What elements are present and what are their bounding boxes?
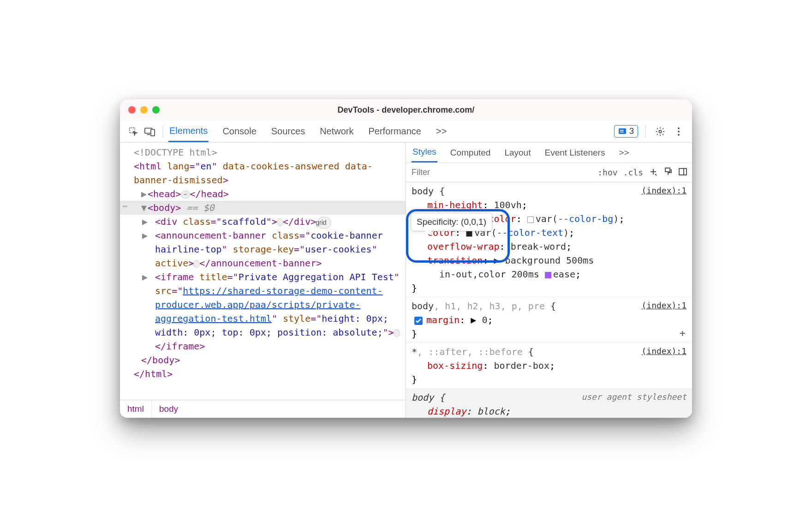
- dom-tree[interactable]: <!DOCTYPE html> <html lang="en" data-coo…: [120, 143, 406, 400]
- tab-elements[interactable]: Elements: [168, 121, 209, 142]
- filter-input[interactable]: [411, 167, 592, 178]
- sidebar-tabs: Styles Computed Layout Event Listeners >…: [406, 143, 692, 163]
- ellipsis-icon[interactable]: ⋯: [194, 260, 199, 267]
- css-rule[interactable]: body { (index):1 min-height: 100vh; back…: [406, 182, 692, 297]
- divider: [645, 125, 646, 138]
- head-node[interactable]: ▶<head>⋯</head>: [120, 187, 406, 201]
- devtools-window: DevTools - developer.chrome.com/ Element…: [120, 99, 692, 418]
- iframe-node[interactable]: ▶<iframe title="Private Aggregation API …: [120, 270, 406, 353]
- property-checkbox[interactable]: [414, 317, 423, 325]
- issues-badge[interactable]: 3: [614, 125, 638, 138]
- body-close[interactable]: </body>: [120, 353, 406, 367]
- main-content: <!DOCTYPE html> <html lang="en" data-coo…: [120, 143, 692, 418]
- svg-point-7: [678, 134, 680, 136]
- breadcrumb-html[interactable]: html: [120, 400, 151, 418]
- ellipsis-icon[interactable]: ⋯: [394, 329, 400, 337]
- body-node-selected[interactable]: ▼<body> == $0: [120, 201, 406, 215]
- sub-tab-styles[interactable]: Styles: [412, 143, 437, 162]
- settings-icon[interactable]: [653, 125, 667, 138]
- svg-rect-2: [151, 129, 155, 136]
- device-toolbar-icon[interactable]: [143, 125, 157, 138]
- specificity-tooltip: Specificity: (0,0,1): [411, 213, 492, 231]
- doctype-node[interactable]: <!DOCTYPE html>: [120, 145, 406, 159]
- paint-icon[interactable]: [663, 167, 673, 178]
- svg-rect-9: [679, 168, 687, 175]
- svg-point-6: [678, 131, 680, 132]
- tab-performance[interactable]: Performance: [368, 121, 423, 141]
- styles-panel: Styles Computed Layout Event Listeners >…: [406, 143, 692, 418]
- rule-source-link[interactable]: (index):1: [641, 345, 687, 359]
- rule-source-link[interactable]: (index):1: [641, 299, 687, 313]
- divider: [162, 125, 163, 138]
- rule-source-link[interactable]: (index):1: [641, 184, 687, 198]
- svg-rect-8: [665, 168, 670, 172]
- bezier-swatch-icon[interactable]: [545, 272, 551, 278]
- ellipsis-icon[interactable]: ⋯: [181, 191, 190, 198]
- css-rule[interactable]: body, h1, h2, h3, p, pre { (index):1 mar…: [406, 297, 692, 343]
- ua-stylesheet-label: user agent stylesheet: [581, 391, 687, 404]
- sub-tab-computed[interactable]: Computed: [449, 144, 492, 162]
- titlebar: DevTools - developer.chrome.com/: [120, 99, 692, 120]
- kebab-menu-icon[interactable]: [672, 125, 686, 138]
- issues-count: 3: [629, 126, 634, 136]
- add-property-icon[interactable]: +: [680, 325, 686, 341]
- html-close[interactable]: </html>: [120, 367, 406, 381]
- tab-sources[interactable]: Sources: [270, 121, 306, 141]
- breadcrumbs: html body: [120, 400, 406, 418]
- sub-tabs-overflow[interactable]: >>: [618, 144, 630, 162]
- main-toolbar: Elements Console Sources Network Perform…: [120, 120, 692, 143]
- tab-network[interactable]: Network: [319, 121, 354, 141]
- inspect-icon[interactable]: [126, 125, 140, 138]
- cls-toggle[interactable]: .cls: [623, 168, 643, 177]
- div-scaffold-node[interactable]: ▶<div class="scaffold">⋯</div>grid: [120, 215, 406, 228]
- tabs-overflow[interactable]: >>: [435, 121, 448, 141]
- color-swatch-icon[interactable]: [527, 216, 534, 223]
- sub-tab-layout[interactable]: Layout: [503, 144, 531, 162]
- announcement-banner-node[interactable]: ▶<announcement-banner class="cookie-bann…: [120, 228, 406, 270]
- panel-tabs: Elements Console Sources Network Perform…: [168, 121, 611, 142]
- tab-console[interactable]: Console: [221, 121, 257, 141]
- svg-point-4: [659, 130, 662, 133]
- css-rule[interactable]: *, ::after, ::before { (index):1 box-siz…: [406, 343, 692, 389]
- grid-badge[interactable]: grid: [318, 217, 330, 228]
- hov-toggle[interactable]: :hov: [597, 168, 617, 177]
- sub-tab-event-listeners[interactable]: Event Listeners: [543, 144, 606, 162]
- ellipsis-icon[interactable]: ⋯: [277, 218, 283, 226]
- new-rule-icon[interactable]: [649, 167, 658, 178]
- svg-rect-3: [619, 128, 626, 133]
- breadcrumb-body[interactable]: body: [151, 400, 185, 418]
- window-title: DevTools - developer.chrome.com/: [120, 105, 692, 115]
- html-open[interactable]: <html lang="en" data-cookies-answered da…: [120, 159, 406, 187]
- svg-point-5: [678, 127, 680, 129]
- styles-filter-row: :hov .cls: [406, 163, 692, 182]
- toolbar-right: 3: [614, 125, 686, 138]
- user-agent-rule: body { user agent stylesheet display: bl…: [406, 389, 692, 418]
- elements-panel: <!DOCTYPE html> <html lang="en" data-coo…: [120, 143, 406, 418]
- panel-toggle-icon[interactable]: [678, 167, 687, 178]
- tooltip-text: Specificity: (0,0,1): [417, 217, 486, 227]
